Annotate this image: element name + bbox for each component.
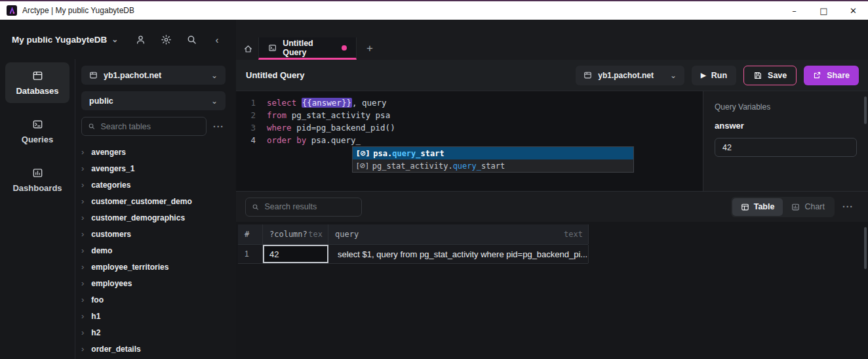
editor-lines: 1select {{answer}}, query2from pg_stat_a… xyxy=(236,96,703,146)
table-item[interactable]: ›avengers xyxy=(81,144,226,160)
results-rows: 142select $1, query from pg_stat_activit… xyxy=(238,244,588,264)
result-cell-query[interactable]: select $1, query from pg_stat_activity w… xyxy=(328,245,589,263)
query-connection-select[interactable]: yb1.pachot.net ⌄ xyxy=(576,66,684,85)
column-name: query xyxy=(335,230,359,239)
save-icon xyxy=(753,71,762,80)
scrollbar[interactable] xyxy=(864,96,867,124)
suggestion-match: query_ xyxy=(453,161,481,171)
tables-more-icon[interactable]: ··· xyxy=(207,121,226,132)
suggestion-suffix: start xyxy=(421,149,444,158)
results-more-icon[interactable]: ··· xyxy=(842,201,855,212)
nav-item-queries[interactable]: Queries xyxy=(5,111,69,152)
table-item[interactable]: ›customer_demographics xyxy=(81,209,226,226)
results-table: # ?column? tex query text 142select $1, … xyxy=(238,224,588,264)
autocomplete-item[interactable]: [⊘]psa.query_start xyxy=(353,147,633,159)
table-item[interactable]: ›customer_customer_demo xyxy=(81,193,226,209)
unsaved-dot xyxy=(342,45,347,51)
view-chart-button[interactable]: Chart xyxy=(783,198,833,216)
table-item[interactable]: ›employees xyxy=(81,275,226,291)
connection-name: yb1.pachot.net xyxy=(104,71,161,80)
schema-name: public xyxy=(89,96,113,106)
autocomplete-popup: [⊘]psa.query_start[⊘]pg_stat_activity.qu… xyxy=(352,146,634,173)
column-header-index[interactable]: # xyxy=(238,224,263,244)
collapse-sidebar-icon[interactable]: ‹ xyxy=(211,33,223,45)
result-cell-column[interactable]: 42 xyxy=(263,245,328,263)
queries-icon xyxy=(32,119,43,130)
new-tab-button[interactable]: + xyxy=(357,37,383,60)
table-item[interactable]: ›order_details xyxy=(81,341,226,357)
query-actions: yb1.pachot.net ⌄ ▶ Run Save Share xyxy=(576,66,859,85)
table-name: customer_customer_demo xyxy=(91,197,191,206)
results-table-header: # ?column? tex query text xyxy=(238,224,588,244)
suggestion-suffix: start xyxy=(481,161,505,171)
code-segment: pg_stat_activity psa xyxy=(292,110,391,120)
view-table-button[interactable]: Table xyxy=(732,198,783,216)
tab-home[interactable] xyxy=(237,37,258,60)
code-segment: where xyxy=(267,123,296,133)
row-index-cell[interactable]: 1 xyxy=(238,245,263,263)
column-type: text xyxy=(564,230,583,239)
table-item[interactable]: ›customers xyxy=(81,226,226,242)
table-item[interactable]: ›h2 xyxy=(81,324,226,341)
chevron-down-icon: ⌄ xyxy=(211,96,218,106)
app-window: Arctype | My public YugabyteDB – □ ✕ My … xyxy=(0,0,868,359)
nav-rail: Databases Queries Dashboards xyxy=(0,59,75,359)
maximize-button[interactable]: □ xyxy=(809,1,838,20)
connection-select[interactable]: yb1.pachot.net ⌄ xyxy=(81,66,226,85)
code-segment: psa.query_ xyxy=(311,135,361,145)
suggestion-text: pg_stat_activity.query_start xyxy=(372,161,505,171)
code-line: 2from pg_stat_activity psa xyxy=(236,109,703,121)
close-button[interactable]: ✕ xyxy=(838,1,868,20)
tables-search[interactable] xyxy=(81,117,207,136)
nav-item-dashboards[interactable]: Dashboards xyxy=(5,159,69,200)
gear-icon[interactable] xyxy=(160,33,172,45)
table-item[interactable]: ›demo xyxy=(81,242,226,259)
query-title: Untitled Query xyxy=(246,70,305,80)
dashboards-icon xyxy=(32,167,43,179)
titlebar: Arctype | My public YugabyteDB – □ ✕ xyxy=(0,1,868,20)
search-icon[interactable] xyxy=(186,33,197,45)
sql-editor[interactable]: 1select {{answer}}, query2from pg_stat_a… xyxy=(236,91,703,191)
schema-select[interactable]: public ⌄ xyxy=(81,91,226,110)
suggestion-text: psa.query_start xyxy=(373,149,444,158)
tables-search-input[interactable] xyxy=(101,122,200,131)
table-item[interactable]: ›foo xyxy=(81,291,226,308)
query-variables-panel: Query Variables answer xyxy=(703,91,868,191)
table-item[interactable]: ›h1 xyxy=(81,308,226,324)
tab-untitled-query[interactable]: Untitled Query xyxy=(258,37,357,60)
query-connection-name: yb1.pachot.net xyxy=(598,71,654,80)
tables-panel: yb1.pachot.net ⌄ public ⌄ ··· › xyxy=(75,59,236,359)
code-line: 4order by psa.query_ xyxy=(236,134,703,146)
window-controls: – □ ✕ xyxy=(779,1,868,20)
scrollbar[interactable] xyxy=(864,227,867,269)
user-icon[interactable] xyxy=(134,33,146,45)
results-toolbar: Table Chart ··· xyxy=(236,192,868,222)
chevron-right-icon: › xyxy=(81,263,84,271)
variable-value-input[interactable] xyxy=(715,138,857,157)
nav-label: Queries xyxy=(22,135,53,144)
chevron-right-icon: › xyxy=(81,148,84,156)
play-icon: ▶ xyxy=(701,72,706,79)
nav-item-databases[interactable]: Databases xyxy=(5,62,69,103)
table-item[interactable]: ›employee_territories xyxy=(81,259,226,275)
results-search[interactable] xyxy=(245,198,362,217)
minimize-button[interactable]: – xyxy=(779,1,809,20)
column-header-query[interactable]: query text xyxy=(328,224,589,244)
autocomplete-item[interactable]: [⊘]pg_stat_activity.query_start xyxy=(353,159,633,172)
line-number: 4 xyxy=(236,134,256,146)
run-button[interactable]: ▶ Run xyxy=(692,66,736,85)
table-item[interactable]: ›categories xyxy=(81,177,226,193)
chevron-right-icon: › xyxy=(81,295,84,304)
table-item[interactable]: ›avengers_1 xyxy=(81,160,226,177)
share-button[interactable]: Share xyxy=(804,66,859,85)
sidebar-header-icons: ‹ xyxy=(134,33,223,45)
table-name: customer_demographics xyxy=(91,213,185,222)
field-icon: [⊘] xyxy=(357,149,369,158)
save-button[interactable]: Save xyxy=(743,66,797,85)
chevron-right-icon: › xyxy=(81,345,84,353)
column-header-column[interactable]: ?column? tex xyxy=(263,224,328,244)
variables-panel-title: Query Variables xyxy=(715,102,857,112)
results-search-input[interactable] xyxy=(264,202,355,211)
workspace-selector[interactable]: My public YugabyteDB ⌄ xyxy=(12,35,118,45)
code-segment: order by xyxy=(267,135,311,145)
